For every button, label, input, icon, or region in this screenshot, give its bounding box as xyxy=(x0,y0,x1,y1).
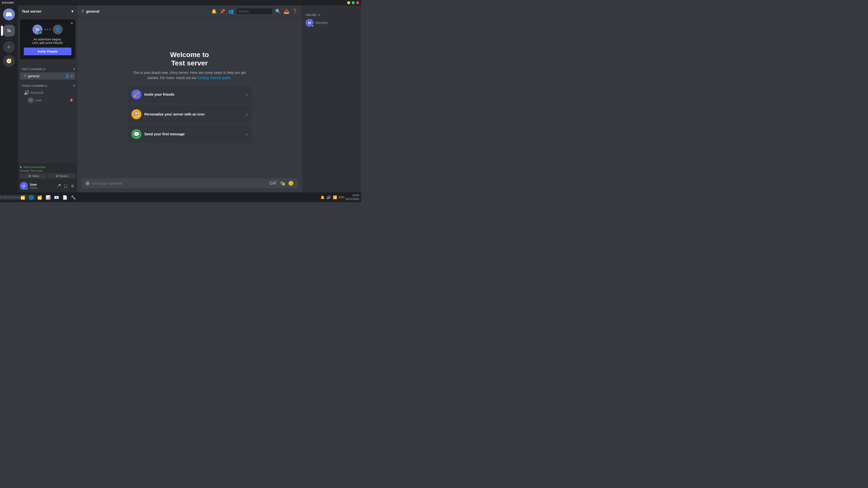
taskbar-network-icon[interactable]: 📶 xyxy=(332,195,338,200)
member-status-dot xyxy=(311,24,314,27)
invite-avatar: Ts xyxy=(32,25,42,34)
voice-channels-label: VOICE CHANNELS xyxy=(22,84,47,87)
taskbar-time-display: 19:00 xyxy=(345,194,359,197)
screen-btn[interactable]: 🖥 Screen xyxy=(48,173,75,178)
header-actions: 🔔 📌 👥 🔍 📥 ❓ xyxy=(211,8,298,14)
message-input[interactable] xyxy=(92,178,267,188)
personalize-card[interactable]: 🖼️ Personalize your server with an icon … xyxy=(127,105,251,123)
window-controls xyxy=(347,1,359,4)
gif-icon[interactable]: GIF xyxy=(269,181,277,186)
first-message-card[interactable]: 💬 Send your first message › xyxy=(127,125,251,143)
compass-icon: 🧭 xyxy=(6,58,12,64)
explore-servers-icon[interactable]: 🧭 xyxy=(3,55,15,67)
speaker-icon: 🔊 xyxy=(24,90,29,95)
channel-header-hash-icon: # xyxy=(81,8,84,14)
taskbar-language[interactable]: ENG xyxy=(339,196,344,199)
edge-btn[interactable]: 🌐 xyxy=(27,193,35,201)
search-input[interactable] xyxy=(237,8,272,14)
excel-btn[interactable]: 📊 xyxy=(44,193,52,201)
channel-item-general-voice[interactable]: 🔊 General xyxy=(20,89,75,96)
text-channels-header[interactable]: TEXT CHANNELS + xyxy=(18,63,78,72)
user-controls: 🎤 🎧 ⚙ xyxy=(56,183,75,189)
invite-card-title: Invite your friends xyxy=(144,92,243,96)
invite-people-button[interactable]: Invite People xyxy=(24,47,71,55)
app-logo: DISCORD xyxy=(2,1,14,4)
taskbar-datetime: 19:00 30/11/2020 xyxy=(345,194,359,201)
settings-btn[interactable]: ⚙ xyxy=(69,183,75,189)
test-server-icon[interactable]: Ts xyxy=(3,25,15,37)
server-list: Ts + 🧭 xyxy=(0,5,18,192)
help-icon[interactable]: ❓ xyxy=(292,9,298,14)
minimize-btn[interactable] xyxy=(347,1,350,4)
pin-icon[interactable]: 📌 xyxy=(220,9,225,14)
search-icon[interactable]: 🔍 xyxy=(275,9,281,14)
video-btn[interactable]: 📹 Video xyxy=(20,173,47,178)
server-header[interactable]: Test server ▾ xyxy=(18,5,78,18)
taskbar-right: 🔔 🔊 📶 ENG 19:00 30/11/2020 xyxy=(320,194,359,201)
channel-header: # general 🔔 📌 👥 🔍 📥 ❓ xyxy=(78,5,302,18)
personalize-card-title: Personalize your server with an icon xyxy=(144,112,243,116)
dot-2 xyxy=(47,29,49,30)
member-item[interactable]: M Member xyxy=(304,18,359,28)
friend-avatar-placeholder: 👤 xyxy=(53,25,63,34)
message-input-icons: GIF 🎭 😊 xyxy=(269,181,293,186)
search-taskbar-btn[interactable] xyxy=(10,193,18,201)
channel-actions: 👤 ⚙ xyxy=(65,74,73,78)
inbox-icon[interactable]: 📥 xyxy=(284,9,289,14)
word-btn[interactable]: 📄 xyxy=(61,193,69,201)
maximize-btn[interactable] xyxy=(352,1,354,4)
discord-home-icon[interactable] xyxy=(3,8,15,20)
channel-list: TEXT CHANNELS + # general 👤 ⚙ VOICE CHAN… xyxy=(18,61,78,163)
taskbar-notification-icon[interactable]: 🔔 xyxy=(320,195,325,200)
invite-dots xyxy=(44,29,51,30)
voice-user-name: User xyxy=(35,98,42,102)
personalize-card-text: Personalize your server with an icon xyxy=(144,112,243,116)
deafen-btn[interactable]: 🎧 xyxy=(62,183,68,189)
server-active-indicator xyxy=(1,26,3,36)
hash-icon: # xyxy=(24,73,26,78)
task-view-btn[interactable]: 🗂️ xyxy=(19,193,27,201)
text-channels-label: TEXT CHANNELS xyxy=(22,68,45,71)
voice-deafen-icon: 🔇 xyxy=(70,98,73,102)
taskbar-start: ⊞ 🗂️ 🌐 🗂️ 📊 📧 📄 🔧 xyxy=(2,193,78,201)
server-name: Test server xyxy=(22,9,41,13)
taskbar: ⊞ 🗂️ 🌐 🗂️ 📊 📧 📄 🔧 🔔 🔊 📶 ENG 19:00 30/11/… xyxy=(0,192,361,202)
add-server-icon[interactable]: + xyxy=(3,41,15,53)
user-discriminator: #0001 xyxy=(30,186,54,189)
invite-popup: ✕ Ts 👤 An adventure begins. Let's add so… xyxy=(20,19,75,59)
settings-icon[interactable]: ⚙ xyxy=(70,74,73,78)
add-voice-channel-btn[interactable]: + xyxy=(73,84,75,88)
user-info: User #0001 xyxy=(30,183,54,189)
invite-text: An adventure begins. Let's add some frie… xyxy=(24,38,71,44)
sticker-icon[interactable]: 🎭 xyxy=(280,181,285,186)
members-icon[interactable]: 👥 xyxy=(228,9,234,14)
chat-area: Welcome to Test server This is your bran… xyxy=(78,18,302,178)
taskbar-date-display: 30/11/2020 xyxy=(345,197,359,201)
add-text-channel-btn[interactable]: + xyxy=(73,67,75,71)
getting-started-link[interactable]: Getting Started guide. xyxy=(198,76,231,80)
user-avatar-letter: U xyxy=(23,184,25,188)
notification-icon[interactable]: 🔔 xyxy=(211,9,217,14)
message-input-area: ⊕ GIF 🎭 😊 xyxy=(78,178,302,192)
file-explorer-btn[interactable]: 🗂️ xyxy=(36,193,44,201)
channel-header-name: general xyxy=(86,9,99,13)
add-user-icon[interactable]: 👤 xyxy=(65,74,69,78)
close-btn[interactable] xyxy=(356,1,359,4)
outlook-btn[interactable]: 📧 xyxy=(53,193,61,201)
voice-user-item[interactable]: 🎮 User 🔇 xyxy=(20,97,75,104)
voice-channels-header[interactable]: VOICE CHANNELS + xyxy=(18,80,78,89)
online-members-header: ONLINE—1 xyxy=(304,9,359,18)
emoji-icon[interactable]: 😊 xyxy=(288,181,293,186)
user-area: U User #0001 🎤 🎧 ⚙ xyxy=(18,180,78,192)
user-avatar-container: U xyxy=(20,182,28,190)
mute-btn[interactable]: 🎤 xyxy=(56,183,62,189)
taskbar-volume-icon[interactable]: 🔊 xyxy=(326,195,331,200)
attachment-btn[interactable]: ⊕ xyxy=(85,180,90,187)
taskbar-app-icon[interactable]: 🔧 xyxy=(69,193,78,201)
voice-status: Voice Connected xyxy=(20,166,75,168)
channel-name-general-voice: General xyxy=(31,91,73,95)
invite-friends-card[interactable]: 🎉 Invite your friends › xyxy=(127,86,251,103)
chevron-down-icon: ▾ xyxy=(71,9,73,13)
member-avatar: M xyxy=(306,19,313,27)
channel-item-general[interactable]: # general 👤 ⚙ xyxy=(20,72,75,79)
